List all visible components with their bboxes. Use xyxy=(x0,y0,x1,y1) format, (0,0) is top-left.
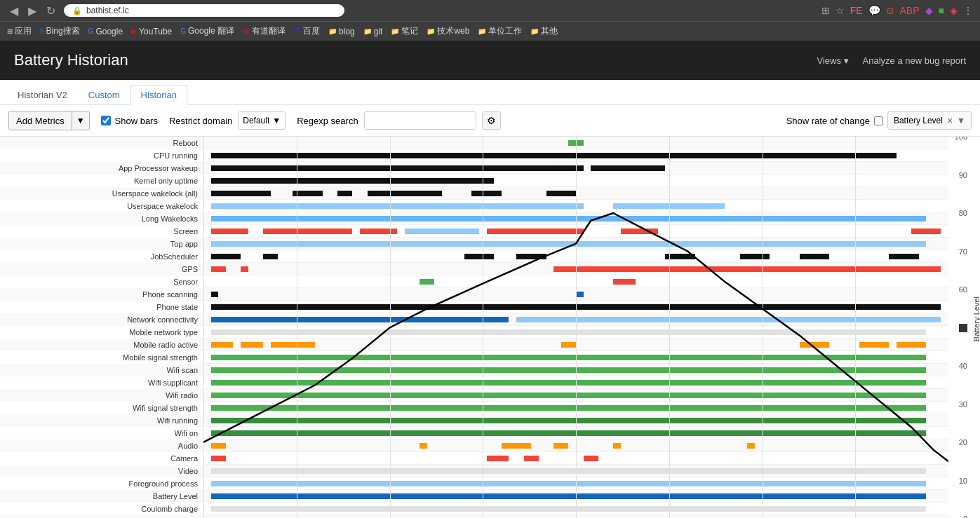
analyze-link[interactable]: Analyze a new bug report xyxy=(863,55,966,66)
chart-bar xyxy=(211,468,927,474)
extension-fe[interactable]: FE xyxy=(850,5,863,16)
google-label: Google xyxy=(95,27,123,36)
bookmark-google[interactable]: G Google xyxy=(88,27,123,36)
chart-bar xyxy=(211,443,226,449)
regexp-search-input[interactable] xyxy=(364,111,476,130)
show-bars-checkbox[interactable] xyxy=(101,116,111,125)
restrict-domain-label: Restrict domain xyxy=(169,116,232,126)
bookmark-notes[interactable]: 📁 笔记 xyxy=(391,25,418,37)
chart-bar xyxy=(621,229,658,234)
back-button[interactable]: ◀ xyxy=(7,3,21,19)
label-network-connectivity: Network connectivity xyxy=(0,313,203,326)
chart-row-long-wakelocks xyxy=(203,212,948,225)
show-rate-checkbox[interactable] xyxy=(874,116,883,125)
bookmark-youtube[interactable]: ▶ YouTube xyxy=(131,27,172,36)
chart-row-kernel-only-uptime xyxy=(203,175,948,187)
browser-nav: ◀ ▶ ↻ xyxy=(7,3,58,19)
chart-bar xyxy=(211,304,941,310)
address-bar[interactable]: 🔒 bathist.ef.lc xyxy=(64,4,344,17)
label-long-wakelocks: Long Wakelocks xyxy=(0,212,203,225)
bookmark-google-translate[interactable]: G Google 翻译 xyxy=(180,25,234,37)
tab-custom[interactable]: Custom xyxy=(78,85,130,104)
chart-bar xyxy=(576,292,584,297)
chart-bar xyxy=(613,279,636,285)
add-metrics-button[interactable]: Add Metrics ▼ xyxy=(8,111,90,130)
forward-button[interactable]: ▶ xyxy=(25,3,39,19)
chart-bar xyxy=(553,266,941,272)
label-battery-level: Battery Level xyxy=(0,490,203,503)
extension-red[interactable]: ⊙ xyxy=(886,5,894,16)
app-title: Battery Historian xyxy=(14,51,128,69)
star-btn[interactable]: ☆ xyxy=(835,5,845,16)
label-phone-state: Phone state xyxy=(0,301,203,313)
folder-blog-icon: 📁 xyxy=(328,27,337,35)
tab-historian-v2[interactable]: Historian V2 xyxy=(7,85,78,104)
chart-bar xyxy=(211,430,927,436)
chart-bar xyxy=(747,443,755,449)
bookmark-techweb[interactable]: 📁 技术web xyxy=(427,25,469,37)
chart-bar xyxy=(211,405,927,411)
chart-rows xyxy=(203,137,948,518)
gtranslate-icon: G xyxy=(180,27,186,35)
restrict-domain-group: Restrict domain Default ▼ xyxy=(169,111,286,130)
chart-bar xyxy=(419,279,434,285)
refresh-button[interactable]: ↻ xyxy=(43,3,58,19)
label-mobile-signal-strength: Mobile signal strength xyxy=(0,351,203,364)
chart-bar xyxy=(502,443,531,449)
extension-purple[interactable]: ◆ xyxy=(925,5,933,16)
settings-button[interactable]: ⚙ xyxy=(482,111,501,130)
chart-bar xyxy=(211,254,241,259)
chart-bar xyxy=(211,178,495,184)
bookmark-work[interactable]: 📁 单位工作 xyxy=(478,25,522,37)
regexp-search-label: Regexp search xyxy=(297,116,358,126)
gtranslate-label: Google 翻译 xyxy=(188,25,234,37)
bookmark-other[interactable]: 📁 其他 xyxy=(530,25,558,37)
chart-bar xyxy=(263,254,278,259)
menu-btn[interactable]: ⋮ xyxy=(963,5,973,16)
chart-bar xyxy=(241,229,248,234)
chart-bar xyxy=(211,393,927,398)
bookmark-git[interactable]: 📁 git xyxy=(363,27,383,36)
restrict-domain-select[interactable]: Default ▼ xyxy=(238,111,286,130)
chart-row-app-processor-wakeup xyxy=(203,162,948,175)
tab-historian[interactable]: Historian xyxy=(130,85,187,105)
label-wifi-running: Wifi running xyxy=(0,414,203,427)
extension-red2[interactable]: ◈ xyxy=(950,5,958,16)
extension-green[interactable]: ■ xyxy=(939,5,944,16)
chart-bar xyxy=(487,456,509,461)
chart-bar xyxy=(471,191,501,196)
chart-bar xyxy=(241,266,248,272)
add-metrics-arrow[interactable]: ▼ xyxy=(72,111,89,130)
bookmark-youdao[interactable]: 有 有道翻译 xyxy=(243,25,286,37)
app-header: Battery Historian Views ▾ Analyze a new … xyxy=(0,41,980,80)
views-dropdown[interactable]: Views ▾ xyxy=(817,55,849,66)
extension-chat[interactable]: 💬 xyxy=(868,5,880,16)
add-metrics-label[interactable]: Add Metrics xyxy=(9,111,72,130)
extension-abp[interactable]: ABP xyxy=(900,5,920,16)
extension-btn-1[interactable]: ⊞ xyxy=(821,5,830,16)
battery-level-close[interactable]: × xyxy=(947,116,953,125)
battery-level-arrow[interactable]: ▼ xyxy=(957,116,965,125)
chart-bar xyxy=(211,292,219,297)
chart-bar xyxy=(516,317,941,322)
bookmark-baidu[interactable]: 百 百度 xyxy=(294,25,320,37)
chart-row-wifi-signal-strength xyxy=(203,402,948,414)
chart-bar xyxy=(613,443,621,449)
label-app-processor-wakeup: App Processor wakeup xyxy=(0,162,203,175)
chart-row-phone-scanning xyxy=(203,288,948,301)
show-bars-group: Show bars xyxy=(101,116,158,126)
y-label-100: 100 xyxy=(955,137,967,141)
chart-bar xyxy=(419,443,427,449)
chart-bar xyxy=(740,254,770,259)
battery-level-indicator xyxy=(959,324,967,332)
header-actions: Views ▾ Analyze a new bug report xyxy=(817,55,967,66)
chart-bar xyxy=(897,342,926,348)
label-reboot: Reboot xyxy=(0,137,203,149)
chart-row-top-app xyxy=(203,238,948,250)
folder-other-icon: 📁 xyxy=(530,27,539,35)
baidu-icon: 百 xyxy=(294,27,301,36)
bookmark-apps[interactable]: ⊞ 应用 xyxy=(7,25,32,37)
bookmark-bing[interactable]: b Bing搜索 xyxy=(40,25,80,37)
y-label-90: 90 xyxy=(959,171,967,179)
bookmark-blog[interactable]: 📁 blog xyxy=(328,27,355,36)
